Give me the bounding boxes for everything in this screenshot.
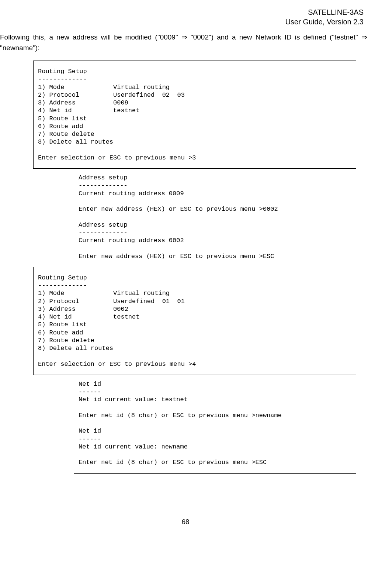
intro-text-2: "0002") and a new Network ID is defined … <box>187 33 361 41</box>
page-number: 68 <box>0 518 371 526</box>
intro-text-1: Following this, a new address will be mo… <box>0 33 181 41</box>
header-line-1: SATELLINE-3AS <box>0 7 364 17</box>
terminal-box-routing-2: Routing Setup ------------- 1) Mode Virt… <box>33 267 356 375</box>
page-header: SATELLINE-3AS User Guide, Version 2.3 <box>0 7 371 27</box>
terminal-box-netid: Net id ------ Net id current value: test… <box>74 375 356 474</box>
arrow-icon: ⇒ <box>181 33 187 41</box>
arrow-icon: ⇒ <box>361 33 367 41</box>
header-line-2: User Guide, Version 2.3 <box>0 17 364 27</box>
terminal-box-address-setup: Address setup ------------- Current rout… <box>74 169 356 267</box>
intro-paragraph: Following this, a new address will be mo… <box>0 32 371 53</box>
intro-text-3: "newname"): <box>0 44 39 52</box>
terminal-box-routing-1: Routing Setup ------------- 1) Mode Virt… <box>33 61 356 169</box>
